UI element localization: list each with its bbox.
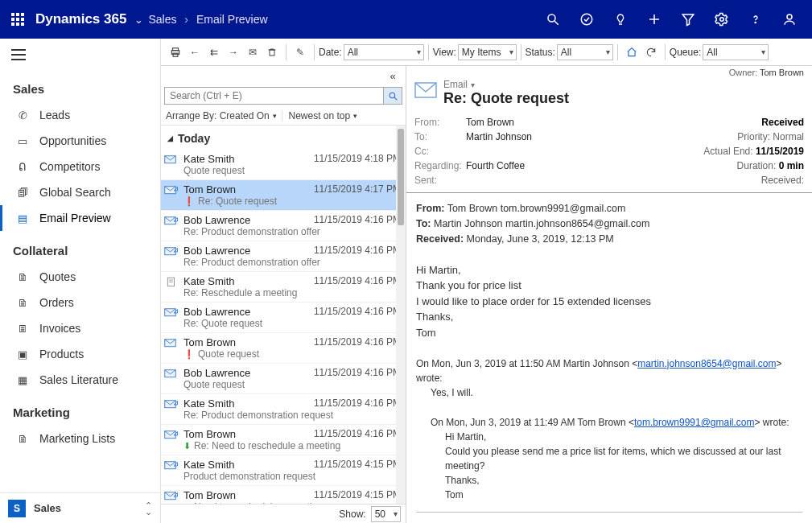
- email-header-fields: From:Tom BrownReceived To:Martin Johnson…: [406, 112, 812, 193]
- arrange-by-button[interactable]: Arrange By: Created On▾: [166, 110, 278, 121]
- forward-button[interactable]: →: [225, 43, 242, 61]
- row-subject: ❗Re: Quote request: [183, 196, 401, 207]
- row-from: Tom Brown: [183, 428, 236, 440]
- account-icon[interactable]: [773, 0, 806, 39]
- nav-sales-literature[interactable]: ▦Sales Literature: [0, 367, 160, 393]
- row-subject: Re: Product demonstration offer: [183, 257, 401, 268]
- row-subject: Product demonstration request: [183, 471, 401, 482]
- cc-value: [466, 146, 683, 157]
- email-row[interactable]: Kate Smith11/15/2019 4:18 PMQuote reques…: [161, 150, 406, 180]
- crumb-page[interactable]: Email Preview: [196, 13, 268, 26]
- email-row[interactable]: Bob Lawrence11/15/2019 4:16 PMRe: Produc…: [161, 241, 406, 272]
- svg-rect-3: [11, 18, 14, 21]
- email-row[interactable]: Kate Smith11/15/2019 4:16 PMRe: Product …: [161, 394, 406, 425]
- page-size-select[interactable]: 50: [371, 506, 401, 522]
- email-row[interactable]: Bob Lawrence11/15/2019 4:16 PMRe: Produc…: [161, 211, 406, 241]
- svg-rect-6: [11, 23, 14, 26]
- app-launcher-button[interactable]: [6, 8, 29, 31]
- nav-email-preview[interactable]: ▤Email Preview: [0, 205, 160, 231]
- nav-collapse-button[interactable]: [0, 39, 160, 71]
- row-from: Bob Lawrence: [183, 367, 250, 379]
- print-button[interactable]: [167, 43, 184, 61]
- svg-rect-24: [270, 50, 274, 56]
- home-button[interactable]: [623, 43, 641, 61]
- email-row[interactable]: Tom Brown11/15/2019 4:15 PM⬇Need to resc…: [161, 486, 406, 504]
- search-input[interactable]: [164, 87, 383, 105]
- status-filter-select[interactable]: All: [557, 44, 613, 60]
- email-row[interactable]: Tom Brown11/15/2019 4:16 PM❗Quote reques…: [161, 333, 406, 364]
- filter-icon[interactable]: [672, 0, 704, 39]
- search-icon[interactable]: [537, 0, 569, 39]
- help-icon[interactable]: [740, 0, 772, 39]
- nav-opportunities[interactable]: ▭Opportunities: [0, 128, 160, 154]
- list-icon: ▤: [15, 211, 30, 225]
- mail-icon: [164, 397, 179, 410]
- crumb-app[interactable]: Sales: [148, 13, 176, 26]
- email-row[interactable]: Bob Lawrence11/15/2019 4:16 PMQuote requ…: [161, 364, 406, 394]
- nav-competitors[interactable]: ᕠCompetitors: [0, 154, 160, 179]
- email-row[interactable]: Tom Brown11/15/2019 4:17 PM❗Re: Quote re…: [161, 180, 406, 211]
- mail-icon: [164, 153, 179, 166]
- email-row[interactable]: Bob Lawrence11/15/2019 4:16 PMRe: Quote …: [161, 303, 406, 333]
- folder-icon: ▭: [15, 134, 30, 148]
- nav-quotes[interactable]: 🗎Quotes: [0, 264, 160, 290]
- global-header: Dynamics 365 ⌄ Sales › Email Preview: [0, 0, 812, 39]
- row-from: Kate Smith: [183, 275, 235, 287]
- nav-products[interactable]: ▣Products: [0, 341, 160, 367]
- record-type-label: Email: [443, 79, 468, 90]
- row-from: Kate Smith: [183, 397, 235, 410]
- mail-icon: [164, 459, 179, 472]
- lightbulb-icon[interactable]: [604, 0, 637, 39]
- email-row[interactable]: Kate Smith11/15/2019 4:16 PMRe: Reschedu…: [161, 272, 406, 303]
- nav-orders[interactable]: 🗎Orders: [0, 290, 160, 315]
- date-filter-select[interactable]: All: [344, 44, 424, 60]
- refresh-button[interactable]: [642, 43, 660, 61]
- chevron-down-icon[interactable]: ▾: [471, 80, 475, 89]
- group-header-today[interactable]: ◢Today: [161, 126, 406, 150]
- nav-marketing-lists[interactable]: 🗎Marketing Lists: [0, 426, 160, 451]
- gear-icon[interactable]: [706, 0, 738, 39]
- chevron-down-icon[interactable]: ⌄: [134, 14, 143, 26]
- row-date: 11/15/2019 4:16 PM: [314, 214, 401, 226]
- view-filter-select[interactable]: My Items: [458, 44, 517, 60]
- quoted-email-link[interactable]: tom.brown9991@gmail.com: [634, 417, 755, 428]
- date-filter-label: Date:: [319, 47, 342, 58]
- task-icon[interactable]: [571, 0, 603, 39]
- reply-all-button[interactable]: ⇇: [205, 43, 223, 61]
- search-button[interactable]: [383, 87, 402, 105]
- row-subject: ⬇Re: Need to reschedule a meeting: [183, 440, 401, 451]
- people-icon: ᕠ: [15, 159, 30, 174]
- brand-label[interactable]: Dynamics 365: [35, 11, 126, 27]
- nav-invoices[interactable]: 🗏Invoices: [0, 315, 160, 341]
- regarding-value[interactable]: Fourth Coffee: [466, 160, 683, 171]
- email-subject: Re: Quote request: [443, 90, 804, 107]
- sort-order-button[interactable]: Newest on top▾: [282, 110, 402, 121]
- email-row[interactable]: Kate Smith11/15/2019 4:15 PMProduct demo…: [161, 455, 406, 486]
- list-scrollbar[interactable]: [396, 126, 406, 504]
- owner-label: Owner:: [729, 68, 757, 77]
- svg-point-15: [720, 18, 724, 22]
- back-button[interactable]: ←: [186, 43, 204, 61]
- svg-line-10: [554, 21, 559, 25]
- email-list-pane: « Arrange By: Created On▾ Newest on top▾…: [161, 66, 406, 523]
- queue-filter-select[interactable]: All: [703, 44, 769, 60]
- row-from: Bob Lawrence: [183, 245, 250, 257]
- row-subject: Quote request: [183, 379, 401, 390]
- nav-global-search[interactable]: 🗐Global Search: [0, 179, 160, 205]
- nav-leads[interactable]: ✆Leads: [0, 102, 160, 128]
- collapse-list-button[interactable]: «: [384, 67, 402, 84]
- delete-button[interactable]: [263, 43, 281, 61]
- area-switcher[interactable]: S Sales ⌃⌄: [0, 492, 160, 523]
- svg-rect-8: [21, 23, 24, 26]
- send-button[interactable]: ✉: [244, 43, 262, 61]
- chevron-right-icon: ›: [184, 13, 188, 26]
- edit-button[interactable]: ✎: [291, 43, 309, 61]
- quoted-email-link[interactable]: martin.johnson8654@gmail.com: [637, 358, 776, 369]
- email-row[interactable]: Tom Brown11/15/2019 4:16 PM⬇Re: Need to …: [161, 425, 406, 455]
- row-date: 11/15/2019 4:16 PM: [314, 428, 401, 440]
- from-value: Tom Brown: [466, 117, 683, 128]
- svg-rect-5: [21, 18, 24, 21]
- row-from: Tom Brown: [183, 489, 236, 501]
- add-icon[interactable]: [638, 0, 670, 39]
- sent-value: [466, 175, 683, 186]
